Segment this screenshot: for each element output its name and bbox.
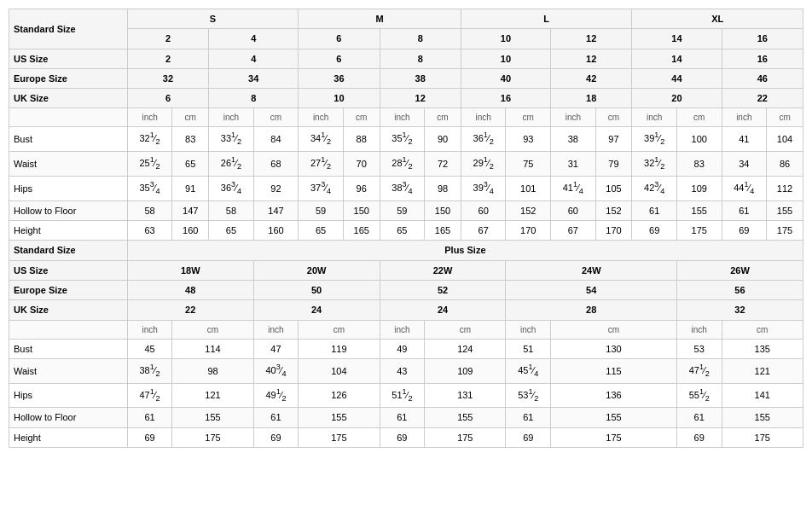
hips-row-standard: Hips 353⁄4 91 363⁄4 92 373⁄4 96 383⁄4 98…	[9, 177, 803, 201]
plus-hollow-label: Hollow to Floor	[9, 408, 128, 427]
plus-hips-cm-5: 141	[722, 383, 803, 408]
bust-inch-1: 321⁄2	[127, 127, 172, 152]
plus-uk-24b: 24	[380, 300, 506, 320]
plus-us-20w: 20W	[253, 260, 380, 280]
height-inch-3: 65	[299, 221, 344, 241]
plus-bust-inch-4: 51	[506, 339, 551, 358]
unit-cm-l1: cm	[506, 108, 551, 127]
europe-size-label: Europe Size	[9, 68, 128, 88]
hollow-inch-6: 60	[551, 200, 596, 220]
xl-header: XL	[632, 9, 803, 29]
eu-46: 46	[722, 68, 803, 88]
plus-us-24w: 24W	[506, 260, 676, 280]
plus-hips-cm-4: 136	[551, 383, 677, 408]
waist-row-standard: Waist 251⁄2 65 261⁄2 68 271⁄2 70 281⁄2 7…	[9, 152, 803, 177]
uk-10: 10	[299, 89, 380, 108]
unit-cm-m2: cm	[425, 108, 461, 127]
waist-label: Waist	[9, 152, 128, 177]
waist-cm-2: 68	[253, 152, 299, 177]
height-inch-1: 63	[127, 221, 172, 241]
plus-eu-50: 50	[253, 280, 380, 299]
plus-europe-size-label: Europe Size	[9, 280, 128, 299]
bust-cm-5: 93	[506, 127, 551, 152]
standard-size-label-2: Standard Size	[9, 241, 128, 260]
us-val-12: 12	[551, 49, 632, 68]
height-cm-2: 160	[253, 221, 299, 241]
hollow-cm-2: 147	[253, 200, 299, 220]
waist-inch-5: 291⁄2	[461, 152, 506, 177]
plus-us-26w: 26W	[676, 260, 803, 280]
uk-size-label: UK Size	[9, 89, 128, 108]
plus-hips-cm-2: 126	[299, 383, 380, 408]
plus-unit-inch-4: inch	[506, 320, 551, 339]
eu-36: 36	[299, 68, 380, 88]
plus-bust-inch-1: 45	[127, 339, 172, 358]
plus-waist-cm-5: 121	[722, 358, 803, 383]
eu-38: 38	[380, 68, 461, 88]
plus-height-label: Height	[9, 427, 128, 447]
waist-inch-2: 261⁄2	[209, 152, 254, 177]
us-8: 8	[380, 29, 461, 49]
us-14: 14	[632, 29, 722, 49]
waist-inch-1: 251⁄2	[127, 152, 172, 177]
plus-height-inch-2: 69	[253, 427, 299, 447]
us-size-row: 2 4 6 8 10 12 14 16	[9, 29, 803, 49]
plus-bust-cm-4: 130	[551, 339, 677, 358]
plus-uk-size-row: UK Size 22 24 24 28 32	[9, 300, 803, 320]
hollow-inch-7: 61	[632, 200, 677, 220]
waist-cm-5: 75	[506, 152, 551, 177]
plus-bust-inch-2: 47	[253, 339, 299, 358]
uk-size-row: UK Size 6 8 10 12 16 18 20 22	[9, 89, 803, 108]
plus-hollow-row: Hollow to Floor 61 155 61 155 61 155 61 …	[9, 408, 803, 427]
hollow-inch-1: 58	[127, 200, 172, 220]
bust-inch-7: 391⁄2	[632, 127, 677, 152]
plus-unit-inch-1: inch	[127, 320, 172, 339]
plus-height-cm-5: 175	[722, 427, 803, 447]
plus-waist-inch-4: 451⁄4	[506, 358, 551, 383]
plus-height-cm-1: 175	[172, 427, 253, 447]
us-6: 6	[299, 29, 380, 49]
plus-height-cm-2: 175	[299, 427, 380, 447]
plus-hollow-cm-4: 155	[551, 408, 677, 427]
plus-unit-inch-5: inch	[676, 320, 722, 339]
hips-label: Hips	[9, 177, 128, 201]
us-val-16: 16	[722, 49, 803, 68]
hollow-cm-4: 150	[425, 200, 461, 220]
unit-inch-m1: inch	[299, 108, 344, 127]
uk-16: 16	[461, 89, 550, 108]
hips-inch-8: 441⁄4	[722, 177, 767, 201]
standard-size-header-row: Standard Size S M L XL	[9, 9, 803, 29]
plus-unit-cm-1: cm	[172, 320, 253, 339]
plus-hollow-cm-3: 155	[425, 408, 506, 427]
unit-label-empty	[9, 108, 128, 127]
plus-eu-56: 56	[676, 280, 803, 299]
plus-waist-inch-3: 43	[380, 358, 425, 383]
bust-inch-4: 351⁄2	[380, 127, 425, 152]
size-chart: Standard Size S M L XL 2 4 6 8 10 12 14 …	[9, 9, 803, 448]
plus-unit-inch-3: inch	[380, 320, 425, 339]
bust-inch-5: 361⁄2	[461, 127, 506, 152]
plus-us-22w: 22W	[380, 260, 506, 280]
waist-cm-3: 70	[343, 152, 380, 177]
hips-cm-4: 98	[425, 177, 461, 201]
waist-cm-6: 79	[595, 152, 632, 177]
unit-cm-xl2: cm	[767, 108, 803, 127]
uk-8: 8	[209, 89, 299, 108]
us-size-label-row: US Size 2 4 6 8 10 12 14 16	[9, 49, 803, 68]
waist-inch-4: 281⁄2	[380, 152, 425, 177]
us-val-8: 8	[380, 49, 461, 68]
height-cm-4: 165	[425, 221, 461, 241]
eu-44: 44	[632, 68, 722, 88]
us-val-6: 6	[299, 49, 380, 68]
plus-eu-54: 54	[506, 280, 676, 299]
uk-6: 6	[127, 89, 208, 108]
plus-bust-inch-5: 53	[676, 339, 722, 358]
unit-inch-xl1: inch	[632, 108, 677, 127]
height-cm-3: 165	[343, 221, 380, 241]
height-cm-7: 175	[676, 221, 722, 241]
us-2: 2	[127, 29, 208, 49]
plus-us-size-row: US Size 18W 20W 22W 24W 26W	[9, 260, 803, 280]
waist-cm-4: 72	[425, 152, 461, 177]
unit-cm-m1: cm	[343, 108, 380, 127]
hips-cm-3: 96	[343, 177, 380, 201]
